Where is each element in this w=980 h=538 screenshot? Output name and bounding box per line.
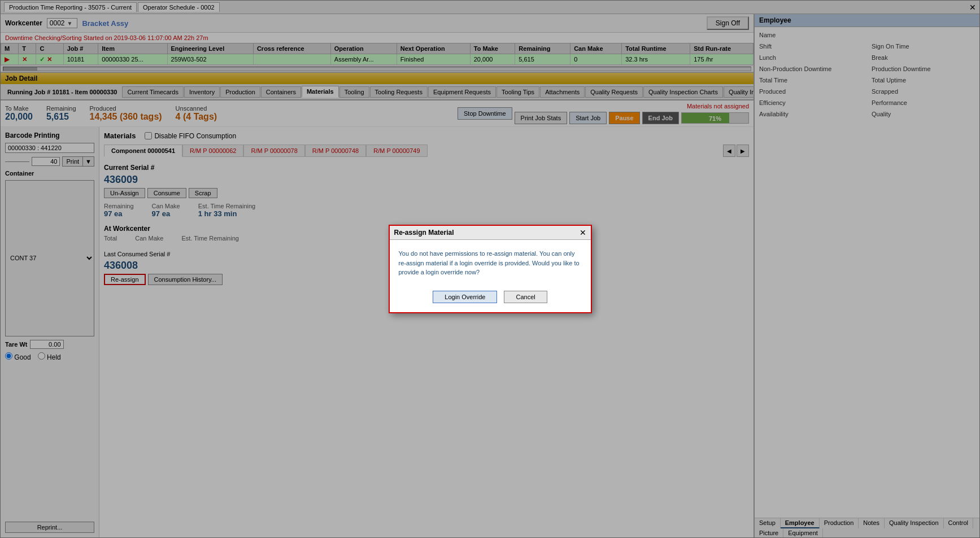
cancel-button[interactable]: Cancel	[504, 291, 547, 303]
login-override-button[interactable]: Login Override	[433, 291, 497, 303]
modal-buttons: Login Override Cancel	[390, 286, 591, 312]
modal-message: You do not have permissions to re-assign…	[399, 249, 582, 277]
reassign-material-modal: Re-assign Material ✕ You do not have per…	[389, 225, 592, 313]
modal-overlay: Re-assign Material ✕ You do not have per…	[0, 0, 980, 538]
modal-title: Re-assign Material	[394, 229, 580, 237]
modal-close-button[interactable]: ✕	[580, 228, 586, 237]
modal-title-bar: Re-assign Material ✕	[390, 226, 591, 240]
modal-body: You do not have permissions to re-assign…	[390, 240, 591, 286]
